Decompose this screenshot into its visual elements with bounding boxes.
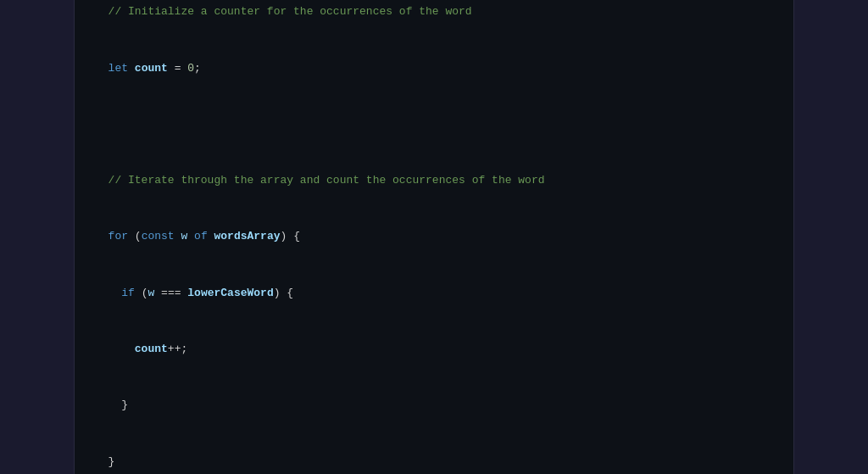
line-17: } xyxy=(95,453,773,471)
line-10: let count = 0; xyxy=(95,59,773,78)
line-16: } xyxy=(95,396,773,415)
code-content: function countWordOccurrences(text, word… xyxy=(75,0,793,474)
line-9: // Initialize a counter for the occurren… xyxy=(95,3,773,21)
line-13: for (const w of wordsArray) { xyxy=(95,227,773,246)
code-editor: function countWordOccurrences(text, word… xyxy=(74,0,794,474)
line-12: // Iterate through the array and count t… xyxy=(95,171,773,190)
line-15: count++; xyxy=(95,340,773,359)
line-14: if (w === lowerCaseWord) { xyxy=(95,284,773,303)
line-11 xyxy=(95,115,773,134)
